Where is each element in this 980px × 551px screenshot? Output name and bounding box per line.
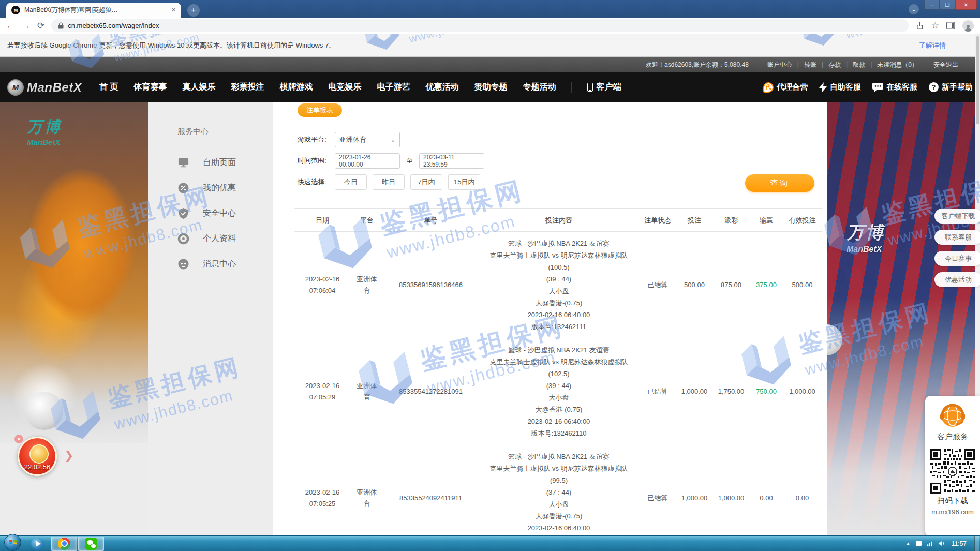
- question-mark-icon: ?: [929, 82, 939, 92]
- quick-7days-button[interactable]: 7日内: [410, 174, 442, 190]
- sidebar-item-my-promos[interactable]: 我的优惠: [148, 175, 273, 201]
- cell-bet-content: 篮球 - 沙巴虚拟 NBA 2K21 友谊赛克里夫兰骑士虚拟队 vs 明尼苏达森…: [479, 344, 639, 439]
- wager-report-panel: 注单报表 游戏平台: 亚洲体育 ⌄ 时间范围: 2023-01-26 00:00…: [273, 102, 827, 535]
- newbie-help-link[interactable]: ? 新手帮助: [929, 82, 973, 92]
- url-field[interactable]: cn.mebetx65.com/wager/index: [51, 19, 909, 32]
- tab-search-icon[interactable]: ⌄: [909, 4, 919, 14]
- promo-widget: 22:02:56 ✕ ❯: [14, 435, 87, 481]
- tab-close-icon[interactable]: ✕: [171, 7, 176, 13]
- time-range-label: 时间范围:: [298, 156, 335, 166]
- taskbar-media-player[interactable]: [24, 537, 50, 551]
- taskbar-chrome[interactable]: [51, 537, 77, 551]
- cell-date: 2023-02-1607:06:04: [294, 274, 351, 296]
- sidebar-item-security[interactable]: 安全中心: [148, 201, 273, 226]
- to-label: 至: [406, 156, 413, 166]
- manbetx-emblem-icon: M: [7, 79, 24, 96]
- date-from-input[interactable]: 2023-01-26 00:00:00: [335, 153, 400, 169]
- agent-link[interactable]: 代 代理合营: [763, 82, 808, 93]
- bookmark-star-icon[interactable]: ☆: [931, 21, 939, 30]
- lightning-icon: [819, 82, 827, 93]
- cell-valid-bet: 1,000.00: [783, 386, 822, 397]
- sidebar-item-profile[interactable]: 个人资料: [148, 226, 273, 251]
- client-download-pill[interactable]: 客户端下载: [934, 209, 980, 224]
- tray-expand-icon[interactable]: ▲: [905, 541, 911, 546]
- nav-esports[interactable]: 电竞娱乐: [328, 82, 361, 93]
- nav-slots[interactable]: 电子游艺: [377, 82, 410, 93]
- nav-board-games[interactable]: 棋牌游戏: [279, 82, 313, 93]
- system-tray: ▲ 11:57: [905, 536, 980, 551]
- windows-logo-icon: [8, 538, 18, 546]
- online-service-link[interactable]: 在线客服: [872, 82, 917, 92]
- red-packet-promo[interactable]: 22:02:56: [18, 437, 57, 476]
- query-button[interactable]: 查询: [745, 174, 814, 192]
- manbetx-logo[interactable]: M ManBetX: [7, 79, 95, 96]
- refresh-icon[interactable]: ⟳: [37, 21, 44, 30]
- window-minimize-button[interactable]: ─: [924, 0, 940, 10]
- mobile-site-url: m.mx196.com: [931, 508, 974, 516]
- sidebar-item-self-page[interactable]: 自助页面: [148, 150, 273, 175]
- contact-service-pill[interactable]: 联系客服: [934, 230, 980, 245]
- platform-select[interactable]: 亚洲体育 ⌄: [335, 132, 400, 147]
- start-button[interactable]: [4, 534, 21, 551]
- date-to-input[interactable]: 2023-03-11 23:59:59: [419, 153, 484, 169]
- nav-special[interactable]: 专题活动: [523, 82, 556, 93]
- side-panel-icon[interactable]: [946, 22, 955, 29]
- deposit-link[interactable]: 存款: [823, 61, 846, 69]
- scrollbar-thumb[interactable]: [976, 36, 979, 124]
- transfer-link[interactable]: 转账: [799, 61, 822, 69]
- volume-icon[interactable]: [938, 540, 945, 547]
- today-matches-pill[interactable]: 今日赛事: [934, 251, 980, 266]
- learn-more-link[interactable]: 了解详情: [919, 41, 946, 50]
- taskbar-clock[interactable]: 11:57: [952, 540, 967, 547]
- browser-tab[interactable]: M ManBetX(万博体育)官网|英超狼… ✕: [6, 3, 181, 18]
- nav-live-casino[interactable]: 真人娱乐: [182, 82, 215, 93]
- download-qr-code: [930, 449, 975, 494]
- agent-bubble-icon: 代: [763, 82, 774, 93]
- headset-service-icon[interactable]: [938, 400, 968, 430]
- bet-table-header: 日期 平台 单号 投注内容 注单状态 投注 派彩 输赢 有效投注: [294, 208, 822, 232]
- customer-service-card: 客户服务 扫码下载 m.mx196.com: [925, 396, 980, 537]
- nav-home[interactable]: 首 页: [99, 82, 118, 93]
- cell-status: 已结算: [639, 386, 676, 397]
- show-desktop-button[interactable]: [974, 536, 979, 551]
- message-center-icon: [177, 258, 189, 270]
- promo-countdown: 22:02:56: [19, 463, 55, 471]
- forward-icon[interactable]: →: [22, 21, 31, 30]
- promo-expand-arrow-icon[interactable]: ❯: [64, 449, 73, 463]
- self-service-link[interactable]: 自助客服: [819, 82, 861, 93]
- right-photo-brand: 万博 ManBetX: [847, 221, 885, 254]
- sidebar-item-messages[interactable]: 消息中心: [148, 251, 273, 277]
- nav-sports[interactable]: 体育赛事: [133, 82, 167, 93]
- cell-bet-amount: 1,000.00: [676, 493, 712, 504]
- quick-today-button[interactable]: 今日: [335, 174, 367, 190]
- cell-payout: 1,750.00: [712, 386, 750, 397]
- cell-valid-bet: 500.00: [783, 279, 822, 291]
- unread-messages-link[interactable]: 未读消息（0）: [872, 61, 923, 69]
- logout-link[interactable]: 安全退出: [933, 61, 958, 69]
- profile-avatar[interactable]: [962, 20, 974, 32]
- taskbar-wechat[interactable]: [78, 537, 104, 551]
- nav-sponsor[interactable]: 赞助专题: [474, 82, 507, 93]
- withdraw-link[interactable]: 取款: [848, 61, 870, 69]
- promotions-pill[interactable]: 优惠活动: [934, 272, 980, 287]
- table-row: 2023-02-1607:06:04 亚洲体育 8533569159613646…: [294, 232, 822, 338]
- quick-15days-button[interactable]: 15日内: [448, 174, 480, 190]
- account-center-link[interactable]: 账户中心: [762, 61, 797, 69]
- share-icon[interactable]: [915, 21, 924, 30]
- tray-ime-icon[interactable]: [915, 540, 922, 547]
- report-tag[interactable]: 注单报表: [298, 103, 342, 117]
- window-close-button[interactable]: ✕: [955, 0, 977, 10]
- nav-client-download[interactable]: 客户端: [587, 82, 621, 93]
- promo-close-icon[interactable]: ✕: [14, 435, 23, 443]
- left-stadium-photo: 万博 ManBetX: [0, 102, 148, 443]
- media-player-icon: [31, 538, 43, 550]
- chat-bubble-icon: [872, 83, 883, 92]
- back-icon[interactable]: ←: [6, 21, 15, 30]
- new-tab-button[interactable]: +: [187, 4, 200, 17]
- network-icon[interactable]: [927, 540, 933, 547]
- nav-lottery[interactable]: 彩票投注: [231, 82, 264, 93]
- chevron-down-icon: ⌄: [391, 137, 395, 143]
- nav-promotions[interactable]: 优惠活动: [425, 82, 458, 93]
- quick-yesterday-button[interactable]: 昨日: [373, 174, 405, 190]
- window-maximize-button[interactable]: ❐: [940, 0, 955, 10]
